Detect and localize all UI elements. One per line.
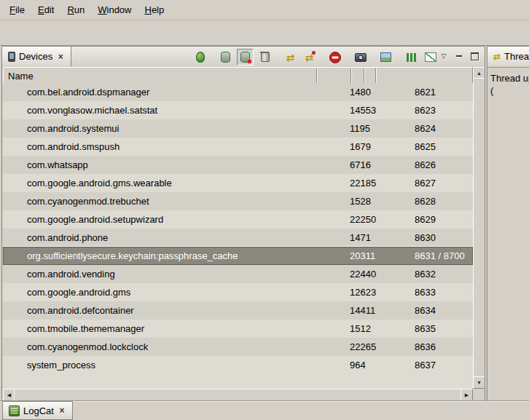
process-name: com.google.android.gms	[3, 287, 340, 298]
method-profiling-icon[interactable]	[302, 49, 317, 65]
process-pid: 22265	[340, 341, 384, 352]
process-name: com.bel.android.dspmanager	[3, 87, 340, 98]
update-threads-icon[interactable]	[283, 49, 298, 65]
process-port: 8623	[409, 105, 473, 116]
menu-bar: FileEditRunWindowHelp	[0, 0, 529, 20]
process-row[interactable]: system_process9648637	[3, 356, 473, 374]
process-pid: 22185	[340, 178, 384, 189]
minimize-icon[interactable]	[453, 50, 465, 62]
process-row[interactable]: com.android.smspush16798625	[3, 138, 473, 156]
process-row[interactable]: com.android.phone14718630	[3, 229, 473, 247]
process-pid: 6716	[340, 159, 384, 170]
process-table: com.bel.android.dspmanager14808621com.vo…	[3, 83, 473, 389]
process-name: com.vonglasow.michael.satstat	[3, 105, 340, 116]
vertical-scroll-thumb[interactable]	[473, 78, 485, 378]
process-row[interactable]: com.vonglasow.michael.satstat145538623	[3, 101, 473, 119]
process-row[interactable]: org.sufficientlysecure.keychain:passphra…	[3, 247, 473, 265]
table-header: Name	[3, 67, 473, 84]
process-name: com.cyanogenmod.lockclock	[3, 341, 340, 352]
process-port: 8624	[409, 123, 473, 134]
screen-capture-icon[interactable]	[353, 49, 368, 65]
column-header-name[interactable]: Name	[4, 71, 34, 82]
process-name: com.android.smspush	[3, 141, 340, 152]
tab-logcat[interactable]: LogCat	[2, 401, 73, 420]
process-pid: 964	[340, 360, 384, 371]
column-divider[interactable]	[375, 68, 377, 83]
process-port: 8628	[409, 196, 473, 207]
process-name: com.google.android.gms.wearable	[3, 178, 340, 189]
devices-tabbar: Devices	[2, 47, 485, 68]
devices-toolbar	[192, 49, 438, 66]
process-port: 8630	[409, 232, 473, 243]
debug-process-icon[interactable]	[192, 49, 208, 65]
process-port: 8629	[409, 214, 473, 225]
process-name: com.tmobile.thememanager	[3, 323, 340, 334]
view-window-controls	[438, 50, 480, 62]
process-name: com.android.phone	[3, 232, 340, 243]
menu-file[interactable]: File	[3, 1, 31, 18]
threads-content: Thread up (	[487, 67, 529, 400]
column-divider[interactable]	[350, 68, 352, 83]
tab-logcat-label: LogCat	[23, 405, 54, 416]
logcat-icon	[9, 405, 20, 416]
column-divider[interactable]	[316, 68, 318, 83]
threads-tabbar: Threads	[487, 47, 529, 68]
tab-threads-label: Threads	[504, 51, 529, 62]
maximize-icon[interactable]	[469, 50, 480, 62]
process-row[interactable]: com.google.android.setupwizard222508629	[3, 210, 473, 229]
process-pid: 14553	[340, 105, 384, 116]
process-port: 8621	[409, 87, 473, 98]
process-row[interactable]: com.android.systemui11958624	[3, 119, 473, 138]
menu-help[interactable]: Help	[138, 1, 171, 18]
threads-icon	[493, 52, 501, 62]
cause-gc-icon[interactable]	[257, 49, 273, 65]
process-name: com.whatsapp	[3, 159, 340, 170]
process-row[interactable]: com.tmobile.thememanager15128635	[3, 320, 473, 338]
stop-process-icon[interactable]	[327, 49, 342, 65]
process-row[interactable]: com.android.vending224408632	[3, 265, 473, 283]
tab-devices-label: Devices	[19, 51, 52, 62]
scroll-right-icon[interactable]: ▶	[461, 389, 473, 401]
sysinfo-icon[interactable]	[423, 49, 438, 65]
process-port: 8627	[409, 178, 473, 189]
process-row[interactable]: com.whatsapp67168626	[3, 156, 473, 174]
process-pid: 20311	[340, 250, 384, 261]
process-row[interactable]: com.android.defcontainer144118634	[3, 301, 473, 320]
process-row[interactable]: com.bel.android.dspmanager14808621	[3, 83, 473, 101]
view-menu-icon[interactable]	[438, 50, 450, 62]
process-pid: 22250	[340, 214, 384, 225]
process-row[interactable]: com.cyanogenmod.trebuchet15288628	[3, 192, 473, 210]
close-icon[interactable]	[58, 406, 66, 415]
process-pid: 1480	[340, 87, 384, 98]
process-pid: 1679	[340, 141, 384, 152]
horizontal-scroll-thumb[interactable]	[14, 389, 462, 401]
close-icon[interactable]	[56, 52, 65, 61]
process-row[interactable]: com.google.android.gms.wearable221858627	[3, 174, 473, 192]
process-port: 8625	[409, 141, 473, 152]
process-name: com.android.defcontainer	[3, 305, 340, 316]
tab-threads[interactable]: Threads	[487, 47, 529, 66]
process-pid: 12623	[340, 287, 384, 298]
main-toolbar	[0, 20, 529, 46]
menu-run[interactable]: Run	[60, 1, 91, 18]
horizontal-scrollbar[interactable]: ◀ ▶	[3, 389, 473, 400]
process-row[interactable]: com.google.android.gms126238633	[3, 283, 473, 301]
hierarchy-view-icon[interactable]	[378, 49, 393, 65]
process-pid: 1471	[340, 232, 384, 243]
column-divider[interactable]	[364, 68, 365, 83]
menu-window[interactable]: Window	[91, 1, 138, 18]
tab-devices[interactable]: Devices	[2, 47, 71, 66]
menu-edit[interactable]: Edit	[31, 1, 60, 18]
dump-hprof-icon[interactable]	[237, 49, 254, 66]
process-port: 8634	[409, 305, 473, 316]
allocations-icon[interactable]	[404, 49, 419, 65]
process-port: 8626	[409, 159, 473, 170]
vertical-scrollbar[interactable]: ▲ ▼	[473, 67, 484, 389]
bottom-tabbar: LogCat	[0, 400, 529, 420]
update-heap-icon[interactable]	[218, 49, 233, 65]
process-row[interactable]: com.cyanogenmod.lockclock222658636	[3, 338, 473, 356]
threads-panel: Threads Thread up (	[487, 46, 529, 401]
process-name: com.android.vending	[3, 269, 340, 280]
scroll-down-icon[interactable]: ▼	[473, 376, 485, 389]
devices-panel: Devices Name com.bel.android.dspmanager1…	[1, 46, 485, 401]
